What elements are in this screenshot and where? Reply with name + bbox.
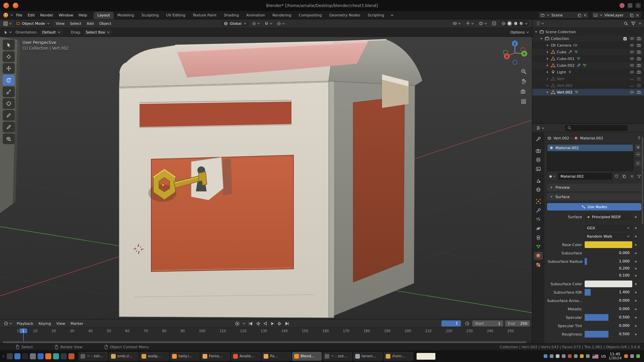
outliner-row-cube-002[interactable]: Cube.002	[532, 62, 644, 69]
menu-item[interactable]: Render	[38, 12, 56, 18]
hide-eye-icon[interactable]	[630, 63, 634, 68]
surface-section-header[interactable]: Surface	[547, 193, 641, 200]
material-slot-item[interactable]: Material.002	[547, 144, 633, 151]
jump-to-start-button[interactable]	[248, 321, 253, 326]
menu-item[interactable]: Help	[76, 12, 90, 18]
outliner-row-scene-collection[interactable]: Scene Collection	[532, 28, 644, 35]
viewport-menu-item[interactable]: Add	[84, 21, 96, 26]
browser[interactable]	[14, 353, 20, 359]
outliner-row-light[interactable]: Light	[532, 69, 644, 75]
subsurface-method-dropdown[interactable]: Random Walk	[585, 233, 632, 240]
tab-tool[interactable]	[534, 135, 543, 143]
disable-render-icon[interactable]	[637, 50, 641, 54]
media-player[interactable]	[53, 353, 59, 359]
object-visibility-dropdown[interactable]	[451, 20, 462, 26]
keyframe-dot[interactable]	[635, 236, 637, 237]
outliner-row-cube-001[interactable]: Cube.001	[532, 55, 644, 62]
roughness-slider[interactable]: 0.500	[585, 331, 632, 338]
frame-end-field[interactable]: End 250	[505, 320, 530, 326]
taskbar-window-button[interactable]: Blend...	[292, 352, 322, 361]
transform-orientation-dropdown[interactable]: Global	[221, 21, 249, 26]
tab-view-layer[interactable]	[534, 165, 543, 173]
subsurface-slider[interactable]: 0.000	[585, 250, 632, 256]
tab-scene[interactable]	[534, 177, 543, 185]
taskbar-window-button[interactable]: teram...	[353, 352, 383, 361]
frame-start-field[interactable]: Start 1	[472, 320, 503, 326]
taskbar-window-button[interactable]: Fanta...	[201, 352, 230, 361]
subsurface-radius-slider-2[interactable]: 0.200	[585, 265, 632, 272]
outliner-row-cube[interactable]: Cube	[532, 49, 644, 55]
tray-item[interactable]	[586, 354, 590, 358]
disable-render-icon[interactable]	[637, 43, 641, 48]
firefox[interactable]	[45, 353, 51, 359]
previous-keyframe-button[interactable]	[255, 321, 260, 326]
properties-search-input[interactable]	[565, 125, 628, 131]
disclosure-right-icon[interactable]	[546, 84, 549, 87]
tray-item[interactable]	[550, 354, 553, 358]
properties-scrollbar[interactable]	[642, 137, 643, 224]
hidden-eye-icon[interactable]	[630, 76, 634, 81]
taskbar-window-button[interactable]: /hom...	[384, 352, 413, 361]
window-icon[interactable]	[3, 3, 9, 8]
taskbar-window-button[interactable]: Pa...	[262, 352, 291, 361]
scene-selector[interactable]: Scene	[538, 12, 589, 18]
hide-eye-icon[interactable]	[630, 43, 634, 48]
shading-chevron-icon[interactable]	[525, 22, 528, 25]
tray-notification-window[interactable]	[417, 353, 435, 360]
timeline-menu-item[interactable]: Playback	[14, 321, 36, 326]
keyframe-dot[interactable]	[635, 268, 637, 269]
outliner-editor-type-button[interactable]	[535, 20, 545, 26]
preview-section-header[interactable]: Preview	[547, 184, 641, 191]
remove-slot-button[interactable]	[635, 151, 641, 157]
workspace-tab[interactable]: Modeling	[114, 12, 138, 19]
workspace-tab[interactable]: Texture Paint	[189, 12, 220, 19]
tab-object-data[interactable]	[534, 243, 543, 251]
workspace-tab[interactable]: Layout	[94, 12, 113, 19]
breadcrumb-object-name[interactable]: Vert.002	[553, 136, 569, 140]
hidden-eye-icon[interactable]	[630, 83, 634, 88]
timeline-ruler[interactable]: 1102030405060708090100110120130140150160…	[0, 328, 532, 341]
cursor-tool[interactable]	[3, 51, 15, 62]
tab-particles[interactable]	[534, 216, 543, 224]
disclosure-right-icon[interactable]	[546, 64, 549, 67]
keyframe-dot[interactable]	[635, 300, 637, 302]
settings[interactable]	[61, 353, 67, 359]
subsurface-ior-slider[interactable]: 1.400	[585, 289, 632, 296]
keyframe-dot[interactable]	[635, 244, 637, 246]
disable-render-icon[interactable]	[637, 63, 641, 68]
stopwatch-icon[interactable]	[465, 321, 470, 326]
material-slot-list[interactable]: Material.002	[547, 144, 633, 171]
base-color-swatch[interactable]	[585, 241, 632, 248]
add-primitive-tool[interactable]	[3, 133, 15, 144]
menu-item[interactable]: File	[13, 12, 25, 18]
move-tool[interactable]	[3, 63, 15, 74]
workspace-tab[interactable]: Geometry Nodes	[325, 12, 364, 19]
keyframe-dot[interactable]	[635, 275, 637, 277]
transform-tool[interactable]	[3, 98, 15, 109]
playhead-frame-badge[interactable]: 1	[19, 328, 27, 333]
fake-user-button[interactable]	[613, 173, 620, 180]
tray-item[interactable]	[630, 354, 634, 358]
disable-render-icon[interactable]	[637, 70, 641, 74]
disable-render-icon[interactable]	[637, 56, 641, 61]
timeline-menu-item[interactable]: Keying	[36, 321, 54, 326]
breadcrumb-material-name[interactable]: Material.002	[580, 136, 603, 140]
disclosure-right-icon[interactable]	[546, 50, 549, 54]
timeline-menu-item[interactable]: Marker	[68, 321, 86, 326]
keyframe-dot[interactable]	[635, 216, 637, 218]
workspace-tab[interactable]: Scripting	[364, 12, 388, 19]
keyframe-dot[interactable]	[635, 325, 637, 327]
surface-shader-dropdown[interactable]: Principled BSDF	[585, 214, 632, 220]
properties-editor-type-button[interactable]	[535, 125, 546, 131]
outliner-row-vert-001[interactable]: Vert.001	[532, 82, 644, 89]
mode-dropdown[interactable]: Object Mode	[14, 21, 52, 26]
tab-output[interactable]	[534, 156, 543, 164]
chest-object[interactable]	[119, 40, 422, 318]
hide-eye-icon[interactable]	[630, 90, 634, 95]
select-box-tool[interactable]	[3, 40, 15, 50]
outliner-search-icon[interactable]	[624, 21, 628, 26]
hide-eye-icon[interactable]	[630, 50, 634, 54]
metallic-slider[interactable]: 0.000	[585, 306, 632, 312]
taskbar-window-button[interactable]: twily.i...	[170, 352, 200, 361]
file-manager[interactable]	[38, 353, 44, 359]
